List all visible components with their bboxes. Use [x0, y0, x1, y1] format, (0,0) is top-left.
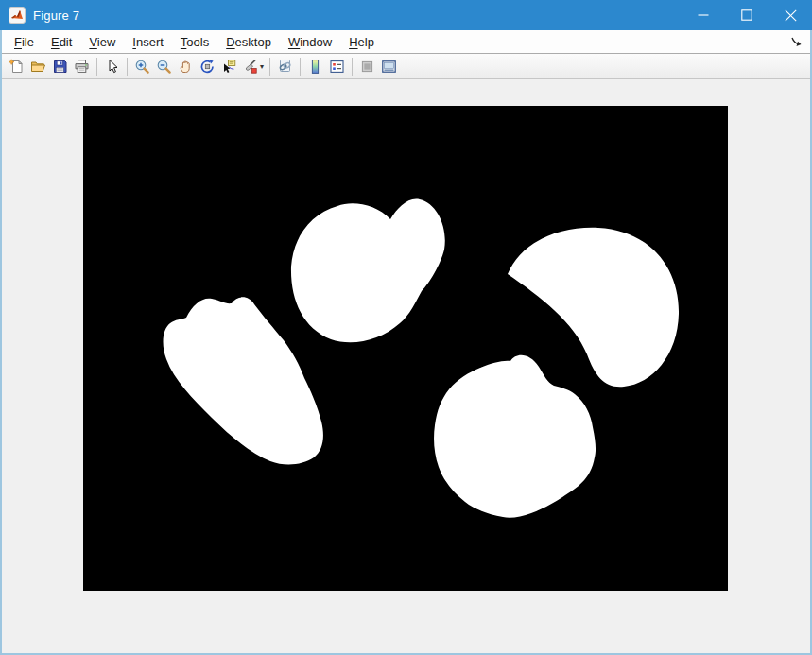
edit-plot-button[interactable]	[101, 56, 123, 78]
white-blob-4	[434, 355, 596, 518]
menu-item-view[interactable]: View	[80, 32, 124, 52]
dock-figure-arrow-icon[interactable]	[789, 35, 803, 48]
link-plot-button[interactable]	[274, 56, 296, 78]
insert-legend-button[interactable]	[326, 56, 348, 78]
menu-item-file[interactable]: File	[6, 32, 43, 52]
save-icon	[52, 59, 68, 75]
menu-item-window[interactable]: Window	[280, 32, 340, 52]
menu-item-tools[interactable]: Tools	[172, 32, 217, 52]
close-icon	[785, 9, 797, 22]
binary-image	[83, 106, 728, 591]
menubar-items: FileEditViewInsertToolsDesktopWindowHelp	[6, 32, 383, 52]
zoom-in-button[interactable]	[131, 56, 153, 78]
menu-item-help[interactable]: Help	[340, 32, 383, 52]
maximize-icon	[741, 9, 752, 21]
pan-button[interactable]	[175, 56, 197, 78]
window-title: Figure 7	[33, 9, 79, 23]
menu-item-insert[interactable]: Insert	[124, 32, 172, 52]
new-figure-button[interactable]	[6, 56, 27, 78]
print-figure-button[interactable]	[71, 56, 93, 78]
hide-plot-tools-button[interactable]	[356, 56, 378, 78]
insert-colorbar-button[interactable]	[304, 56, 326, 78]
arrow-cursor-icon	[104, 59, 120, 75]
printer-icon	[74, 59, 90, 75]
zoom-out-button[interactable]	[153, 56, 175, 78]
menu-item-edit[interactable]: Edit	[43, 32, 80, 52]
titlebar: Figure 7	[0, 0, 812, 30]
white-blob-1	[291, 199, 445, 343]
toolbar: ▾	[2, 54, 810, 79]
open-file-button[interactable]	[27, 56, 49, 78]
window-controls	[682, 0, 812, 30]
hand-icon	[178, 59, 194, 75]
toolbar-separator	[352, 58, 353, 76]
legend-icon	[329, 59, 345, 75]
brush-icon	[242, 59, 258, 75]
show-plot-tools-button[interactable]	[378, 56, 400, 78]
white-blob-3	[164, 297, 323, 464]
maximize-button[interactable]	[725, 0, 769, 30]
data-cursor-icon	[221, 59, 237, 75]
window-body: FileEditViewInsertToolsDesktopWindowHelp…	[0, 30, 812, 655]
toolbar-separator	[127, 58, 128, 76]
data-cursor-button[interactable]	[218, 56, 240, 78]
toolbar-separator	[96, 58, 97, 76]
toolbar-separator	[269, 58, 270, 76]
matlab-logo-icon	[9, 7, 26, 24]
menu-item-desktop[interactable]: Desktop	[217, 32, 280, 52]
binary-image-svg	[83, 106, 728, 591]
zoom-out-icon	[156, 59, 172, 75]
figure-window: Figure 7 FileEditViewInser	[0, 0, 812, 655]
plot-tools-hide-icon	[359, 59, 375, 75]
save-figure-button[interactable]	[49, 56, 71, 78]
minimize-button[interactable]	[682, 0, 725, 30]
close-button[interactable]	[769, 0, 812, 30]
brush-button[interactable]: ▾	[240, 56, 266, 78]
rotate-3d-icon	[199, 59, 216, 75]
open-folder-icon	[30, 59, 46, 75]
zoom-in-icon	[134, 59, 150, 75]
brush-dropdown-caret[interactable]: ▾	[260, 62, 264, 71]
rotate-3d-button[interactable]	[197, 56, 218, 78]
colorbar-icon	[307, 59, 323, 75]
figure-canvas	[2, 79, 810, 653]
toolbar-separator	[300, 58, 301, 76]
minimize-icon	[698, 9, 709, 21]
link-icon	[277, 59, 293, 75]
menubar: FileEditViewInsertToolsDesktopWindowHelp	[2, 30, 810, 54]
plot-tools-dock-icon	[381, 59, 397, 75]
new-document-icon	[9, 59, 25, 75]
